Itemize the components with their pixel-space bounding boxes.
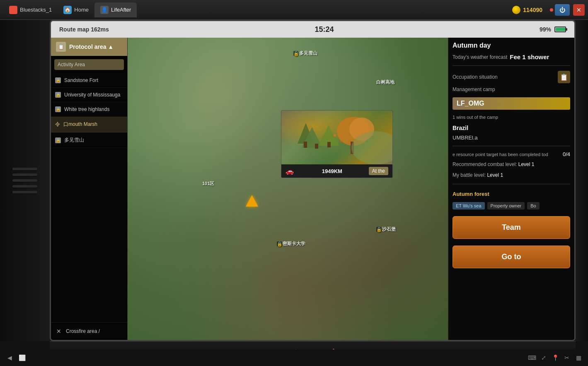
coin-icon	[512, 6, 520, 14]
tab-bluestacks-label: Bluestacks_1	[20, 7, 52, 13]
weather-label: Today's weather forecast	[452, 54, 507, 60]
sidebar-item-mouth-marsh[interactable]: 令 口mouth Marsh	[51, 117, 127, 132]
occupation-label: Occupation situation	[452, 74, 498, 80]
tray-back-icon[interactable]: ◀	[5, 353, 14, 362]
tray-square-icon[interactable]: ⬜	[17, 353, 27, 362]
battery-display: 99%	[540, 26, 566, 33]
power-button[interactable]: ⏻	[555, 4, 570, 16]
vent-1	[12, 168, 37, 170]
sidebar-item-university[interactable]: 🔒 University of Mississauga	[51, 88, 127, 102]
sidebar-item-label-4: 口mouth Marsh	[63, 121, 97, 128]
tray-keyboard-icon[interactable]: ⌨	[528, 353, 537, 362]
tags-row: ET Wu's sea Property owner Bo	[452, 202, 570, 209]
system-tray: ◀ ⬜ ⌨ ⤢ 📍 ✂ ▦	[0, 349, 588, 366]
sidebar-item-duojian[interactable]: 🔒 多见雪山	[51, 132, 127, 148]
sidebar-crossfire[interactable]: ✕ Crossfire area /	[51, 322, 127, 340]
map-label-miska: 🔒密斯卡大学	[277, 241, 305, 247]
vent-4	[12, 185, 37, 188]
popup-at-button[interactable]: At the	[369, 167, 388, 175]
combat-my-row: My battle level: Level 1	[452, 172, 570, 178]
divider-1	[452, 65, 570, 66]
tray-grid-icon[interactable]: ▦	[574, 353, 583, 362]
sidebar-item-label-3: White tree highlands	[64, 106, 109, 112]
svg-rect-7	[327, 142, 331, 147]
tab-lifeafter-label: LifeAfter	[111, 7, 131, 13]
notification-dot	[550, 8, 553, 12]
coins-display: 114090	[512, 6, 542, 14]
location-sub: UMBREl.a	[452, 135, 570, 141]
occupation-row: Occupation situation 📋	[452, 71, 570, 83]
vent-2	[12, 173, 37, 176]
sidebar-item-label-5: 多见雪山	[64, 137, 84, 144]
weather-value: Fee 1 shower	[510, 53, 549, 60]
location-popup: 🚗 1949KM At the	[281, 110, 393, 178]
map-label-bai-shu: 白树高地	[376, 79, 394, 85]
crossfire-icon: ✕	[55, 327, 63, 335]
close-button[interactable]: ✕	[573, 4, 585, 16]
game-content: 📋 Protocol area ▲ Activity Area 🔒 Sandst…	[51, 38, 574, 340]
combat-my-label: My battle level:	[452, 172, 486, 178]
left-sidebar: 📋 Protocol area ▲ Activity Area 🔒 Sandst…	[51, 38, 128, 340]
location-popup-footer: 🚗 1949KM At the	[281, 164, 392, 178]
game-header: Route map 162ms 15:24 99%	[51, 21, 574, 38]
mouth-marsh-prefix: 令	[55, 121, 60, 128]
game-time: 15:24	[315, 25, 334, 34]
tab-home[interactable]: 🏠 Home	[58, 2, 94, 17]
wins-label: 1 wins out of the camp	[452, 115, 570, 120]
team-button[interactable]: Team	[452, 216, 570, 239]
combat-recommended-label: Recommended combat level:	[452, 161, 517, 167]
svg-marker-0	[11, 7, 16, 12]
sidebar-search[interactable]: Activity Area	[54, 59, 124, 70]
camp-name-box: LF_OMG	[452, 97, 570, 110]
weather-row: Today's weather forecast Fee 1 shower	[452, 53, 570, 60]
tag-etwu: ET Wu's sea	[452, 202, 485, 209]
forest-label: Autumn forest	[452, 191, 570, 197]
sidebar-item-white-tree[interactable]: 🔒 White tree highlands	[51, 102, 127, 117]
game-frame: Route map 162ms 15:24 99% 📋 Protocol are…	[50, 20, 576, 341]
sidebar-header[interactable]: 📋 Protocol area ▲	[51, 38, 127, 56]
resource-row: e resource point target has been complet…	[452, 151, 570, 157]
sidebar-header-label: Protocol area ▲	[69, 43, 114, 50]
sidebar-item-label-2: University of Mississauga	[64, 92, 120, 98]
map-terrain	[128, 38, 448, 340]
tray-resize-icon[interactable]: ⤢	[539, 353, 548, 362]
svg-rect-5	[304, 142, 307, 148]
left-edge-decoration	[0, 20, 50, 341]
tab-lifeafter[interactable]: 👤 LifeAfter	[94, 2, 137, 17]
sidebar-item-sandstone[interactable]: 🔒 Sandstone Fort	[51, 73, 127, 88]
taskbar: Bluestacks_1 🏠 Home 👤 LifeAfter 114090 ⏻…	[0, 0, 588, 20]
location-image	[281, 111, 392, 164]
management-label: Management camp	[452, 87, 570, 92]
tray-location-icon[interactable]: 📍	[551, 353, 560, 362]
combat-my-val: Level 1	[487, 172, 503, 178]
svg-point-12	[340, 141, 342, 142]
goto-button[interactable]: Go to	[452, 246, 570, 268]
vent-5	[12, 191, 37, 193]
tray-cut-icon[interactable]: ✂	[562, 353, 571, 362]
lock-icon-3: 🔒	[55, 106, 61, 112]
battery-icon	[554, 26, 566, 32]
vent-3	[12, 179, 37, 182]
resource-count: 0/4	[563, 151, 570, 157]
map-area[interactable]: 🔒多见雪山 白树高地 利Nippon林 101区 🔒密斯卡大学 🔒沙石堡	[128, 38, 448, 340]
popup-distance: 1949KM	[322, 168, 342, 174]
right-edge-decoration	[576, 20, 588, 341]
map-label-duojian: 🔒多见雪山	[293, 50, 317, 56]
svg-rect-6	[315, 144, 318, 149]
sidebar-crossfire-label: Crossfire area /	[66, 328, 100, 334]
tag-bo: Bo	[527, 202, 539, 209]
tab-bluestacks[interactable]: Bluestacks_1	[3, 2, 58, 17]
player-arrow	[246, 195, 258, 207]
sidebar-search-text: Activity Area	[58, 62, 85, 67]
bluestacks-icon	[9, 6, 17, 14]
map-label-101: 101区	[202, 181, 214, 187]
car-icon: 🚗	[286, 167, 294, 175]
lifeafter-icon: 👤	[100, 6, 109, 14]
combat-recommended-row: Recommended combat level: Level 1	[452, 161, 570, 167]
battery-fill	[556, 28, 565, 31]
tag-owner: Property owner	[487, 202, 525, 209]
right-panel: Autumn day Today's weather forecast Fee …	[448, 38, 574, 340]
route-map-label: Route map 162ms	[59, 26, 109, 33]
season-title: Autumn day	[452, 42, 570, 49]
svg-point-11	[334, 134, 336, 137]
